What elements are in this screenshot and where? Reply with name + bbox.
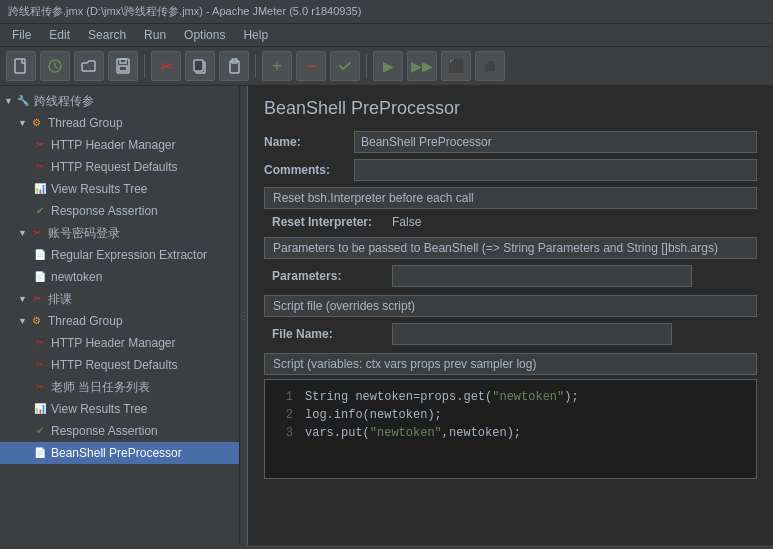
tree-label-tg2: Thread Group <box>48 312 123 330</box>
start-button[interactable]: ▶ <box>373 51 403 81</box>
toolbar-sep-3 <box>366 54 367 78</box>
tree-label-response-assertion-2: Response Assertion <box>51 422 158 440</box>
tree-label-http-header-1: HTTP Header Manager <box>51 136 176 154</box>
tree-item-login[interactable]: ▼ ✂ 账号密码登录 <box>0 222 239 244</box>
name-input[interactable] <box>354 131 757 153</box>
tree-label-login: 账号密码登录 <box>48 224 120 242</box>
response-assertion-icon-2: ✔ <box>32 423 48 439</box>
remove-button[interactable]: − <box>296 51 326 81</box>
parameters-input[interactable] <box>392 265 692 287</box>
reset-interpreter-label: Reset Interpreter: <box>272 215 392 229</box>
http-header-icon-2: ✂ <box>32 335 48 351</box>
title-text: 跨线程传参.jmx (D:\jmx\跨线程传参.jmx) - Apache JM… <box>8 5 361 17</box>
parameters-label: Parameters: <box>272 269 392 283</box>
paike-icon: ✂ <box>29 291 45 307</box>
reset-interpreter-row: Reset Interpreter: False <box>264 213 757 231</box>
svg-rect-0 <box>15 59 25 73</box>
script-line-3: 3 vars.put("newtoken",newtoken); <box>273 424 748 442</box>
menu-edit[interactable]: Edit <box>41 26 78 44</box>
tree-label-paike: 排课 <box>48 290 72 308</box>
svg-rect-4 <box>119 66 127 71</box>
section-script-header: Script (variables: ctx vars props prev s… <box>264 353 757 375</box>
line-num-1: 1 <box>273 388 293 406</box>
section-params-header: Parameters to be passed to BeanShell (=>… <box>264 237 757 259</box>
http-defaults-icon-2: ✂ <box>32 357 48 373</box>
cut-button[interactable]: ✂ <box>151 51 181 81</box>
script-area[interactable]: 1 String newtoken=props.get("newtoken");… <box>264 379 757 479</box>
tree-item-teacher-task[interactable]: ✂ 老师 当日任务列表 <box>0 376 239 398</box>
menu-help[interactable]: Help <box>235 26 276 44</box>
menu-search[interactable]: Search <box>80 26 134 44</box>
reset-interpreter-value: False <box>392 215 421 229</box>
tree-item-http-header-1[interactable]: ✂ HTTP Header Manager <box>0 134 239 156</box>
tree-label-view-results-1: View Results Tree <box>51 180 148 198</box>
tree-label-response-assertion-1: Response Assertion <box>51 202 158 220</box>
paste-button[interactable] <box>219 51 249 81</box>
menu-options[interactable]: Options <box>176 26 233 44</box>
filename-label: File Name: <box>272 327 392 341</box>
section-file-header: Script file (overrides script) <box>264 295 757 317</box>
tree-item-view-results-1[interactable]: 📊 View Results Tree <box>0 178 239 200</box>
tree-label-http-header-2: HTTP Header Manager <box>51 334 176 352</box>
comments-label: Comments: <box>264 163 354 177</box>
save-button[interactable] <box>108 51 138 81</box>
tree-label-teacher-task: 老师 当日任务列表 <box>51 378 150 396</box>
tree-item-beanshell[interactable]: 📄 BeanShell PreProcessor <box>0 442 239 464</box>
tree-item-http-defaults-2[interactable]: ✂ HTTP Request Defaults <box>0 354 239 376</box>
menu-file[interactable]: File <box>4 26 39 44</box>
beanshell-icon: 📄 <box>32 445 48 461</box>
main-layout: ▼ 🔧 跨线程传参 ▼ ⚙ Thread Group ✂ HTTP Header… <box>0 86 773 545</box>
code-line-1: String newtoken=props.get("newtoken"); <box>305 388 579 406</box>
line-num-2: 2 <box>273 406 293 424</box>
arrow-login: ▼ <box>18 224 27 242</box>
start-no-pause-button[interactable]: ▶▶ <box>407 51 437 81</box>
tree-item-paike[interactable]: ▼ ✂ 排课 <box>0 288 239 310</box>
tree-label-beanshell: BeanShell PreProcessor <box>51 444 182 462</box>
comments-input[interactable] <box>354 159 757 181</box>
left-tree-panel: ▼ 🔧 跨线程传参 ▼ ⚙ Thread Group ✂ HTTP Header… <box>0 86 240 545</box>
section-reset-header: Reset bsh.Interpreter before each call <box>264 187 757 209</box>
tree-item-thread-group-2[interactable]: ▼ ⚙ Thread Group <box>0 310 239 332</box>
templates-button[interactable] <box>40 51 70 81</box>
thread-group-icon-1: ⚙ <box>29 115 45 131</box>
teacher-task-icon: ✂ <box>32 379 48 395</box>
svg-rect-3 <box>120 59 126 63</box>
copy-button[interactable] <box>185 51 215 81</box>
parameters-row: Parameters: <box>264 263 757 289</box>
tree-item-root[interactable]: ▼ 🔧 跨线程传参 <box>0 90 239 112</box>
newtoken-icon: 📄 <box>32 269 48 285</box>
root-icon: 🔧 <box>15 93 31 109</box>
tree-label-http-defaults-2: HTTP Request Defaults <box>51 356 178 374</box>
code-line-2: log.info(newtoken); <box>305 406 442 424</box>
regex-icon: 📄 <box>32 247 48 263</box>
menu-run[interactable]: Run <box>136 26 174 44</box>
toggle-button[interactable] <box>330 51 360 81</box>
arrow-paike: ▼ <box>18 290 27 308</box>
tree-item-response-assertion-2[interactable]: ✔ Response Assertion <box>0 420 239 442</box>
tree-label-tg1: Thread Group <box>48 114 123 132</box>
tree-item-thread-group-1[interactable]: ▼ ⚙ Thread Group <box>0 112 239 134</box>
stop-button[interactable]: ⬛ <box>441 51 471 81</box>
resize-handle[interactable]: ⋮ <box>240 86 248 545</box>
line-num-3: 3 <box>273 424 293 442</box>
tree-item-response-assertion-1[interactable]: ✔ Response Assertion <box>0 200 239 222</box>
script-line-2: 2 log.info(newtoken); <box>273 406 748 424</box>
right-panel: BeanShell PreProcessor Name: Comments: R… <box>248 86 773 545</box>
arrow-root: ▼ <box>4 92 13 110</box>
tree-item-newtoken[interactable]: 📄 newtoken <box>0 266 239 288</box>
http-defaults-icon-1: ✂ <box>32 159 48 175</box>
login-icon: ✂ <box>29 225 45 241</box>
toolbar: ✂ + − ▶ ▶▶ ⬛ ⬛ <box>0 47 773 86</box>
title-bar: 跨线程传参.jmx (D:\jmx\跨线程传参.jmx) - Apache JM… <box>0 0 773 24</box>
thread-group-icon-2: ⚙ <box>29 313 45 329</box>
tree-item-http-header-2[interactable]: ✂ HTTP Header Manager <box>0 332 239 354</box>
tree-item-regex[interactable]: 📄 Regular Expression Extractor <box>0 244 239 266</box>
add-button[interactable]: + <box>262 51 292 81</box>
filename-input[interactable] <box>392 323 672 345</box>
new-button[interactable] <box>6 51 36 81</box>
tree-item-http-defaults-1[interactable]: ✂ HTTP Request Defaults <box>0 156 239 178</box>
name-label: Name: <box>264 135 354 149</box>
open-button[interactable] <box>74 51 104 81</box>
tree-item-view-results-2[interactable]: 📊 View Results Tree <box>0 398 239 420</box>
stop-shutdown-button[interactable]: ⬛ <box>475 51 505 81</box>
